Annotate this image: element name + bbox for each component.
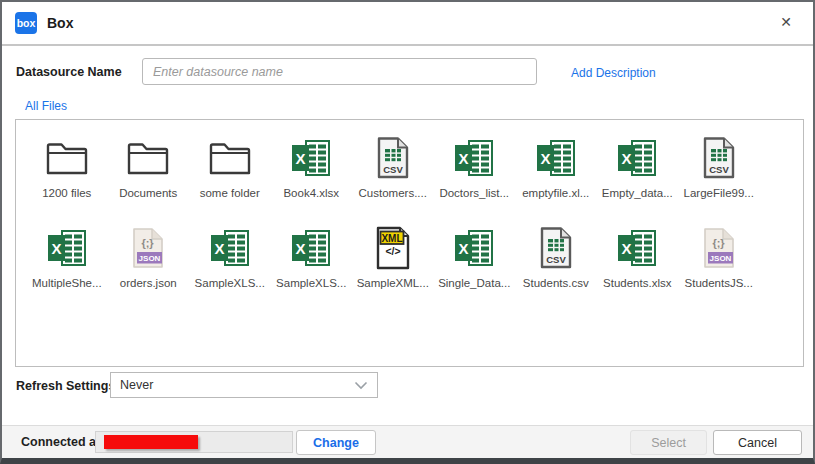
- svg-text:CSV: CSV: [709, 164, 729, 175]
- file-label: SampleXML...: [357, 277, 429, 289]
- file-label: 1200 files: [42, 187, 91, 199]
- breadcrumb-all-files[interactable]: All Files: [25, 99, 67, 113]
- svg-text:</>: </>: [385, 245, 400, 257]
- excel-file-icon: X: [291, 228, 331, 268]
- svg-text:X: X: [622, 240, 632, 257]
- file-label: Book4.xlsx: [283, 187, 339, 199]
- file-label: Single_Data...: [438, 277, 510, 289]
- svg-text:X: X: [459, 240, 469, 257]
- file-label: Customers....: [359, 187, 427, 199]
- file-label: emptyfile.xl...: [522, 187, 589, 199]
- file-tile[interactable]: X emptyfile.xl...: [515, 132, 597, 214]
- json-file-icon: {;} JSON: [130, 227, 166, 269]
- file-label: Documents: [119, 187, 177, 199]
- excel-file-icon: X: [47, 228, 87, 268]
- file-label: Students.xlsx: [603, 277, 671, 289]
- file-tile[interactable]: Documents: [108, 132, 190, 214]
- svg-text:JSON: JSON: [709, 254, 731, 263]
- excel-file-icon: X: [454, 228, 494, 268]
- svg-text:CSV: CSV: [383, 164, 403, 175]
- svg-text:X: X: [296, 150, 306, 167]
- excel-file-icon: X: [454, 138, 494, 178]
- file-tile[interactable]: some folder: [189, 132, 271, 214]
- select-button[interactable]: Select: [630, 430, 707, 455]
- file-tile[interactable]: X Students.xlsx: [597, 222, 679, 304]
- svg-text:XML: XML: [381, 233, 402, 244]
- refresh-settings-select[interactable]: Never: [110, 372, 378, 398]
- svg-text:X: X: [459, 150, 469, 167]
- dialog-title: Box: [47, 15, 73, 31]
- box-logo-icon: box: [15, 12, 37, 34]
- svg-text:X: X: [51, 240, 61, 257]
- svg-text:X: X: [296, 240, 306, 257]
- file-label: StudentsJS...: [685, 277, 753, 289]
- close-icon[interactable]: ✕: [780, 15, 792, 29]
- file-label: SampleXLS...: [276, 277, 346, 289]
- file-tile[interactable]: CSV Students.csv: [515, 222, 597, 304]
- file-tile[interactable]: X SampleXLS...: [271, 222, 353, 304]
- datasource-name-input[interactable]: [142, 58, 537, 85]
- file-tile[interactable]: X MultipleShe...: [26, 222, 108, 304]
- dialog-header: box Box ✕: [2, 2, 813, 46]
- datasource-name-label: Datasource Name: [16, 65, 122, 79]
- folder-icon: [44, 138, 90, 178]
- csv-file-icon: CSV: [538, 226, 574, 270]
- cancel-button[interactable]: Cancel: [713, 430, 802, 455]
- file-tile[interactable]: X SampleXLS...: [189, 222, 271, 304]
- file-tile[interactable]: X Book4.xlsx: [271, 132, 353, 214]
- svg-text:CSV: CSV: [546, 254, 566, 265]
- file-label: MultipleShe...: [32, 277, 102, 289]
- xml-file-icon: XML </>: [373, 225, 413, 271]
- csv-file-icon: CSV: [375, 136, 411, 180]
- file-tile[interactable]: CSV Customers....: [352, 132, 434, 214]
- change-button[interactable]: Change: [296, 430, 376, 455]
- csv-file-icon: CSV: [701, 136, 737, 180]
- file-label: some folder: [200, 187, 260, 199]
- excel-file-icon: X: [617, 228, 657, 268]
- svg-text:X: X: [622, 150, 632, 167]
- svg-text:X: X: [214, 240, 224, 257]
- file-label: Empty_data...: [602, 187, 673, 199]
- add-description-link[interactable]: Add Description: [571, 66, 656, 80]
- file-tile[interactable]: {;} JSON StudentsJS...: [678, 222, 760, 304]
- file-label: orders.json: [120, 277, 177, 289]
- connected-account-box: [95, 431, 293, 453]
- folder-icon: [125, 138, 171, 178]
- file-tile[interactable]: {;} JSON orders.json: [108, 222, 190, 304]
- file-tile[interactable]: XML </> SampleXML...: [352, 222, 434, 304]
- box-datasource-dialog: box Box ✕ Datasource Name Add Descriptio…: [0, 0, 815, 464]
- json-file-icon: {;} JSON: [701, 227, 737, 269]
- dialog-footer: Connected as: Change Select Cancel: [2, 425, 813, 458]
- file-label: SampleXLS...: [195, 277, 265, 289]
- svg-text:{;}: {;}: [142, 237, 155, 249]
- refresh-settings-label: Refresh Settings: [16, 379, 115, 393]
- file-label: Students.csv: [523, 277, 589, 289]
- file-label: Doctors_list...: [439, 187, 509, 199]
- excel-file-icon: X: [210, 228, 250, 268]
- file-tile[interactable]: X Doctors_list...: [434, 132, 516, 214]
- svg-text:JSON: JSON: [139, 254, 161, 263]
- excel-file-icon: X: [536, 138, 576, 178]
- file-browser-panel: 1200 files Documents: [15, 119, 804, 367]
- svg-text:{;}: {;}: [712, 237, 725, 249]
- file-tile[interactable]: X Single_Data...: [434, 222, 516, 304]
- excel-file-icon: X: [617, 138, 657, 178]
- redacted-account-name: [104, 435, 198, 449]
- svg-text:X: X: [540, 150, 550, 167]
- file-grid: 1200 files Documents: [16, 120, 803, 304]
- file-tile[interactable]: X Empty_data...: [597, 132, 679, 214]
- file-tile[interactable]: 1200 files: [26, 132, 108, 214]
- chevron-down-icon: [354, 381, 368, 390]
- folder-icon: [207, 138, 253, 178]
- file-label: LargeFile99...: [684, 187, 754, 199]
- file-tile[interactable]: CSV LargeFile99...: [678, 132, 760, 214]
- refresh-settings-value: Never: [120, 378, 153, 392]
- excel-file-icon: X: [291, 138, 331, 178]
